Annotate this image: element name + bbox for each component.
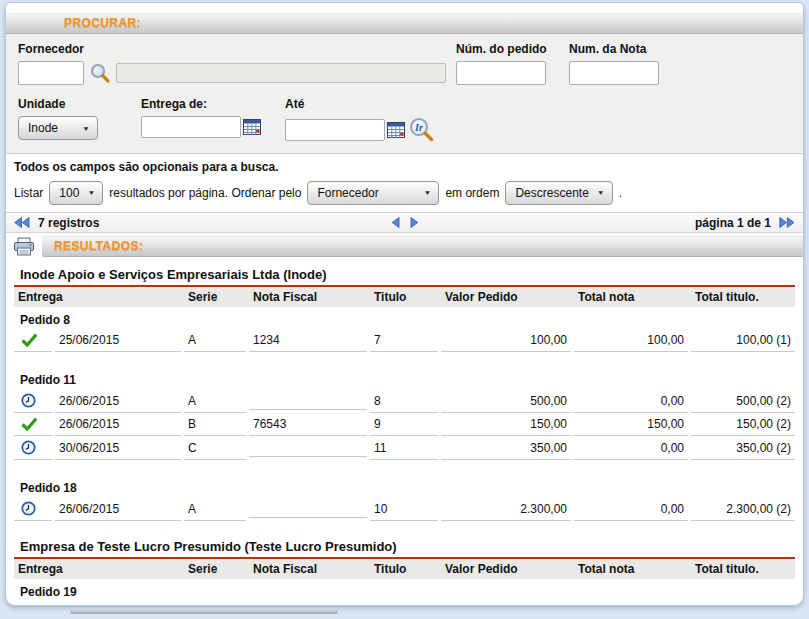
cell-serie: B — [184, 413, 246, 436]
content-panel: PROCURAR: Fornecedor — [5, 2, 804, 606]
cell-titulo: 14 — [370, 601, 438, 606]
table-row: 25/06/2015A12347100,00100,00100,00 (1) — [14, 329, 795, 352]
cell-total-titulo: 500,00 (2) — [691, 390, 795, 413]
calendar-icon[interactable] — [243, 119, 261, 135]
col-header: Nota Fiscal — [249, 559, 367, 579]
results-section-title: RESULTADOS: — [54, 239, 143, 253]
cell-titulo: 9 — [370, 413, 438, 436]
cell-serie: A — [184, 601, 246, 606]
group-title: Inode Apoio e Serviços Empresariais Ltda… — [14, 261, 795, 287]
svg-text:Ir: Ir — [414, 122, 423, 133]
col-header: Total titulo. — [691, 559, 795, 579]
status-clock-icon — [14, 389, 52, 413]
results-group: Empresa de Teste Lucro Presumido (Teste … — [14, 533, 795, 606]
table-row: 26/06/2015B765439150,00150,00150,00 (2) — [14, 413, 795, 436]
page-info-text: página 1 de 1 — [695, 216, 771, 230]
status-clock-icon — [14, 436, 52, 460]
optional-fields-note: Todos os campos são opcionais para a bus… — [6, 154, 803, 176]
cell-total-nota: 150,00 — [574, 413, 688, 436]
go-search-button[interactable]: Ir — [408, 116, 435, 143]
table-row: 30/07/2015A12314205,00205,00205,00 (2) — [14, 601, 795, 606]
results-header-row: RESULTADOS: — [6, 236, 803, 257]
group-title: Empresa de Teste Lucro Presumido (Teste … — [14, 533, 795, 559]
entrega-de-input[interactable] — [141, 116, 241, 138]
unidade-label: Unidade — [18, 97, 141, 111]
search-section-header: PROCURAR: — [6, 13, 803, 34]
col-header-entrega: Entrega — [14, 287, 181, 307]
cell-total-nota: 0,00 — [574, 498, 688, 521]
col-header: Valor Pedido — [441, 287, 571, 307]
fornecedor-label: Fornecedor — [18, 42, 456, 56]
chevron-down-icon: ▼ — [87, 189, 95, 196]
cell-nota-fiscal — [249, 393, 367, 410]
table-row: 26/06/2015A102.300,000,002.300,00 (2) — [14, 497, 795, 521]
sentence-end-text: . — [619, 186, 622, 200]
entrega-de-label: Entrega de: — [141, 97, 285, 111]
cell-total-titulo: 350,00 (2) — [691, 437, 795, 460]
order-direction-selected-value: Descrescente — [515, 186, 588, 200]
num-nota-input[interactable] — [569, 61, 659, 85]
last-page-icon[interactable] — [779, 217, 795, 228]
col-header: Titulo — [370, 287, 438, 307]
unidade-selected-value: Inode — [28, 121, 58, 135]
cell-nota-fiscal: 123 — [249, 601, 367, 606]
cell-total-titulo: 100,00 (1) — [691, 329, 795, 352]
col-header: Valor Pedido — [441, 559, 571, 579]
chevron-down-icon: ▼ — [82, 124, 90, 131]
unidade-select[interactable]: Inode ▼ — [18, 116, 98, 140]
records-count-text: 7 registros — [38, 216, 99, 230]
col-header: Titulo — [370, 559, 438, 579]
status-check-icon — [14, 329, 52, 352]
listar-prefix-text: Listar — [14, 186, 43, 200]
col-header: Total nota — [574, 559, 688, 579]
col-header: Serie — [184, 287, 246, 307]
search-icon[interactable] — [89, 62, 111, 84]
ate-label: Até — [285, 97, 435, 111]
cell-total-nota: 205,00 — [574, 601, 688, 606]
results-group: Inode Apoio e Serviços Empresariais Ltda… — [14, 261, 795, 521]
cell-entrega: 30/06/2015 — [55, 437, 181, 460]
col-header: Total titulo. — [691, 287, 795, 307]
cell-valor-pedido: 150,00 — [441, 413, 571, 436]
num-pedido-input[interactable] — [456, 61, 546, 85]
col-header: Nota Fiscal — [249, 287, 367, 307]
order-by-select[interactable]: Fornecedor ▼ — [307, 181, 439, 205]
ate-input[interactable] — [285, 119, 385, 141]
cell-entrega: 25/06/2015 — [55, 329, 181, 352]
per-page-suffix-text: resultados por página. Ordenar pelo — [109, 186, 301, 200]
cell-nota-fiscal: 1234 — [249, 329, 367, 352]
pagination-bar: 7 registros página 1 de 1 — [6, 213, 803, 233]
status-check-icon — [14, 413, 52, 436]
cell-total-titulo: 205,00 (2) — [691, 601, 795, 606]
pedido-label: Pedido 18 — [14, 475, 795, 497]
cell-entrega: 26/06/2015 — [55, 498, 181, 521]
search-form: Fornecedor Núm. do pedido — [6, 34, 803, 154]
cell-total-titulo: 2.300,00 (2) — [691, 498, 795, 521]
cell-serie: C — [184, 437, 246, 460]
cell-titulo: 11 — [370, 437, 438, 460]
cell-nota-fiscal: 76543 — [249, 413, 367, 436]
table-row: 26/06/2015A8500,000,00500,00 (2) — [14, 389, 795, 413]
status-check-icon — [14, 601, 52, 606]
bottom-edge-bar — [70, 609, 338, 614]
per-page-select[interactable]: 100 ▼ — [49, 181, 103, 205]
panel-top-gap — [6, 3, 803, 13]
status-clock-icon — [14, 497, 52, 521]
prev-page-icon[interactable] — [391, 217, 400, 228]
calendar-icon[interactable] — [387, 122, 405, 138]
table-row: 30/06/2015C11350,000,00350,00 (2) — [14, 436, 795, 460]
search-section-title: PROCURAR: — [64, 16, 141, 30]
fornecedor-code-input[interactable] — [18, 61, 84, 85]
first-page-icon[interactable] — [14, 217, 30, 228]
cell-valor-pedido: 100,00 — [441, 329, 571, 352]
order-direction-select[interactable]: Descrescente ▼ — [505, 181, 612, 205]
col-header-entrega: Entrega — [14, 559, 181, 579]
results-section-header: RESULTADOS: — [42, 236, 803, 257]
cell-valor-pedido: 205,00 — [441, 601, 571, 606]
printer-icon[interactable] — [13, 237, 35, 256]
next-page-icon[interactable] — [410, 217, 419, 228]
cell-titulo: 10 — [370, 498, 438, 521]
cell-nota-fiscal — [249, 440, 367, 457]
pedido-label: Pedido 11 — [14, 367, 795, 389]
per-page-selected-value: 100 — [59, 186, 79, 200]
